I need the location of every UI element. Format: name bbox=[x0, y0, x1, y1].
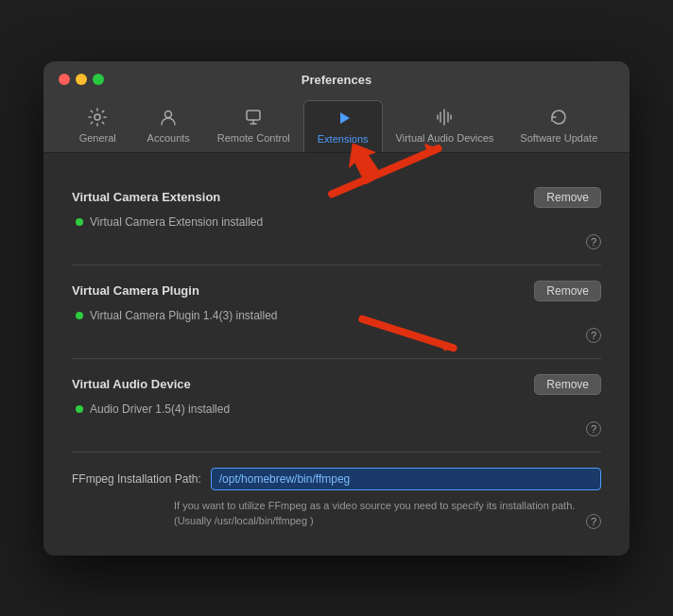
svg-rect-2 bbox=[247, 111, 260, 120]
remove-virtual-camera-plugin-button[interactable]: Remove bbox=[534, 281, 601, 301]
extensions-label: Extensions bbox=[318, 133, 369, 145]
virtual-camera-extension-status: Virtual Camera Extension installed bbox=[90, 215, 263, 229]
remove-virtual-camera-extension-button[interactable]: Remove bbox=[534, 187, 601, 208]
tab-virtual-audio[interactable]: Virtual Audio Devices bbox=[383, 100, 508, 152]
remote-control-label: Remote Control bbox=[217, 132, 290, 144]
ffmpeg-section: FFmpeg Installation Path: If you want to… bbox=[72, 453, 601, 537]
tab-software-update[interactable]: Software Update bbox=[507, 100, 611, 152]
tab-general[interactable]: General bbox=[62, 100, 133, 152]
virtual-audio-label: Virtual Audio Devices bbox=[396, 132, 494, 144]
ffmpeg-help-text: If you want to utilize FFmpeg as a video… bbox=[174, 498, 578, 529]
maximize-button[interactable] bbox=[93, 74, 104, 85]
general-icon bbox=[86, 106, 109, 128]
virtual-audio-device-status-dot bbox=[76, 405, 83, 413]
accounts-label: Accounts bbox=[147, 132, 190, 144]
ffmpeg-input[interactable] bbox=[211, 468, 601, 490]
software-update-label: Software Update bbox=[520, 132, 597, 144]
ffmpeg-label: FFmpeg Installation Path: bbox=[72, 472, 201, 486]
virtual-camera-extension-help-icon[interactable]: ? bbox=[586, 234, 601, 249]
virtual-audio-icon bbox=[433, 106, 456, 128]
virtual-camera-plugin-status-dot bbox=[76, 312, 83, 319]
extensions-icon bbox=[332, 107, 354, 129]
virtual-camera-extension-section: Virtual Camera Extension Remove Virtual … bbox=[72, 172, 601, 265]
svg-point-1 bbox=[165, 111, 172, 117]
remote-control-icon bbox=[242, 106, 265, 128]
virtual-audio-device-help-icon[interactable]: ? bbox=[586, 421, 601, 436]
general-label: General bbox=[79, 132, 116, 144]
svg-marker-3 bbox=[340, 112, 350, 124]
tab-accounts[interactable]: Accounts bbox=[133, 100, 204, 152]
tab-remote-control[interactable]: Remote Control bbox=[204, 100, 303, 152]
accounts-icon bbox=[157, 106, 180, 128]
software-update-icon bbox=[547, 106, 570, 128]
virtual-camera-extension-status-dot bbox=[76, 218, 83, 226]
close-button[interactable] bbox=[59, 74, 70, 85]
minimize-button[interactable] bbox=[76, 74, 87, 85]
preferences-window: Preferences General bbox=[43, 61, 630, 556]
virtual-audio-device-status: Audio Driver 1.5(4) installed bbox=[90, 402, 230, 416]
content-area: Virtual Camera Extension Remove Virtual … bbox=[43, 153, 630, 556]
virtual-camera-plugin-status: Virtual Camera Plugin 1.4(3) installed bbox=[90, 309, 278, 322]
virtual-camera-plugin-title: Virtual Camera Plugin bbox=[72, 283, 199, 298]
ffmpeg-help-icon[interactable]: ? bbox=[586, 514, 601, 529]
remove-virtual-audio-device-button[interactable]: Remove bbox=[534, 374, 601, 395]
virtual-audio-device-title: Virtual Audio Device bbox=[72, 377, 191, 391]
titlebar: Preferences General bbox=[43, 61, 630, 153]
virtual-camera-plugin-help-icon[interactable]: ? bbox=[586, 328, 601, 343]
virtual-camera-extension-title: Virtual Camera Extension bbox=[72, 190, 220, 204]
tab-extensions[interactable]: Extensions bbox=[303, 100, 383, 152]
svg-point-0 bbox=[95, 114, 100, 120]
virtual-camera-plugin-section: Virtual Camera Plugin Remove Virtual Cam… bbox=[72, 265, 601, 359]
toolbar: General Accounts bbox=[62, 96, 612, 152]
window-title: Preferences bbox=[59, 73, 614, 87]
virtual-audio-device-section: Virtual Audio Device Remove Audio Driver… bbox=[72, 359, 601, 453]
traffic-lights bbox=[59, 74, 104, 85]
